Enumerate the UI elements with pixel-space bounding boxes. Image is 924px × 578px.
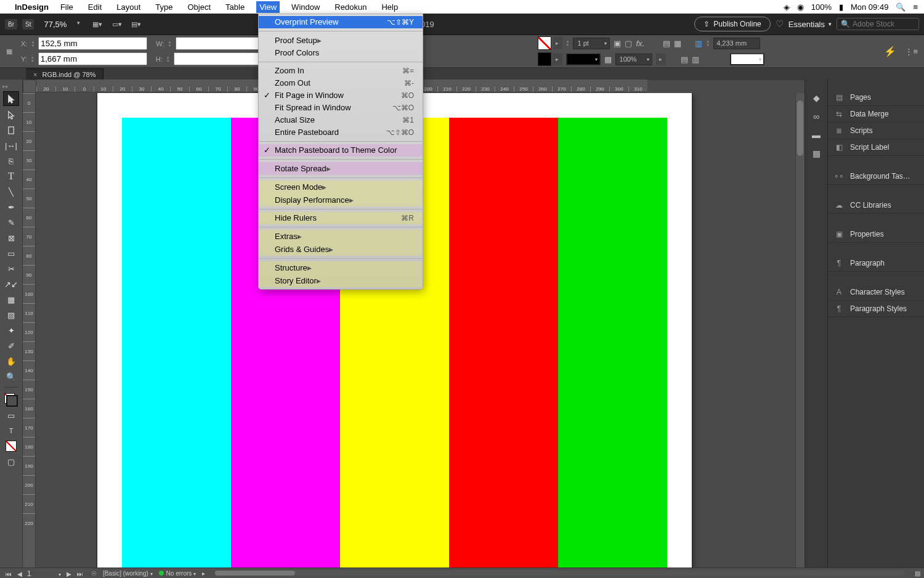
menu-redokun[interactable]: Redokun: [331, 1, 370, 13]
menu-view[interactable]: View: [256, 1, 280, 13]
panel-data-merge[interactable]: ⇆Data Merge: [828, 106, 924, 123]
screen-mode-toggle[interactable]: ▢: [4, 455, 18, 468]
menu-item-grids-guides[interactable]: Grids & Guides: [259, 243, 423, 256]
wifi-icon[interactable]: ◈: [784, 2, 790, 12]
menu-item-entire-pasteboard[interactable]: Entire Pasteboard⌥⇧⌘O: [259, 126, 423, 139]
opacity-field[interactable]: 100%: [615, 54, 652, 65]
panel-paragraph-styles[interactable]: ¶Paragraph Styles: [828, 301, 924, 317]
menu-item-zoom-out[interactable]: Zoom Out⌘-: [259, 77, 423, 89]
preflight-status[interactable]: No errors ▾: [159, 570, 196, 577]
selection-tool[interactable]: [3, 91, 19, 106]
gradient-feather-tool[interactable]: ▨: [4, 308, 18, 322]
content-collector-tool[interactable]: ⎘: [4, 154, 18, 168]
align-left-icon[interactable]: ▤: [681, 55, 688, 64]
menu-item-hide-rulers[interactable]: Hide Rulers⌘R: [259, 212, 423, 224]
vertical-ruler[interactable]: 0102030405060708090100110120130140150160…: [23, 93, 36, 568]
stock-icon[interactable]: St: [22, 19, 34, 30]
opacity-step[interactable]: ▸: [656, 53, 666, 65]
eyedropper-tool[interactable]: ✐: [4, 339, 18, 352]
control-center-icon[interactable]: ≡: [913, 2, 918, 12]
menu-object[interactable]: Object: [185, 1, 214, 13]
vertical-scrollbar[interactable]: [795, 93, 804, 568]
panel-character-styles[interactable]: ACharacter Styles: [828, 284, 924, 301]
menu-table[interactable]: Table: [222, 1, 248, 13]
stroke-dropdown[interactable]: ▸: [553, 53, 562, 65]
horizontal-scrollbar[interactable]: [215, 571, 905, 576]
menu-type[interactable]: Type: [152, 1, 176, 13]
fill-swatch[interactable]: [538, 36, 551, 50]
stroke-weight-field[interactable]: 1 pt: [573, 38, 610, 49]
fill-stroke-toggle[interactable]: [4, 393, 18, 407]
menu-item-overprint-preview[interactable]: Overprint Preview⌥⇧⌘Y: [259, 16, 423, 28]
bridge-icon[interactable]: Br: [5, 19, 17, 30]
first-page-icon[interactable]: ⏮: [6, 571, 12, 577]
y-field[interactable]: [38, 52, 147, 65]
stroke-align2-icon[interactable]: ▢: [625, 39, 632, 48]
columns-icon[interactable]: ▥: [695, 39, 702, 48]
panel-scripts[interactable]: ≣Scripts: [828, 123, 924, 139]
menu-item-fit-page-in-window[interactable]: ✓Fit Page in Window⌘O: [259, 89, 423, 102]
gradient-swatch-tool[interactable]: ▦: [4, 293, 18, 306]
stroke-align1-icon[interactable]: ▣: [614, 39, 621, 48]
zoom-level-dropdown[interactable]: 77,5%: [39, 18, 84, 30]
layers-icon[interactable]: ◆: [813, 93, 820, 103]
doc-tab[interactable]: ×RGB.indd @ 78%: [26, 68, 103, 80]
menu-edit[interactable]: Edit: [85, 1, 105, 13]
menu-item-actual-size[interactable]: Actual Size⌘1: [259, 114, 423, 126]
panel-menu-icon[interactable]: ⋮≡: [905, 47, 918, 56]
quick-apply-icon[interactable]: ⚡: [884, 46, 896, 57]
prev-page-icon[interactable]: ◀: [17, 571, 22, 577]
links-icon[interactable]: ∞: [813, 112, 819, 121]
panel-background-tas-[interactable]: ∘∘Background Tas…: [828, 168, 924, 185]
stroke-swatch[interactable]: [538, 52, 551, 66]
pencil-tool[interactable]: ✎: [4, 216, 18, 229]
page-tool[interactable]: [4, 123, 18, 137]
menu-help[interactable]: Help: [378, 1, 401, 13]
stroke-style-field[interactable]: [566, 54, 601, 65]
textwrap1-icon[interactable]: ▤: [663, 39, 670, 48]
preflight-menu-icon[interactable]: ▸: [202, 570, 205, 577]
menu-item-proof-colors[interactable]: Proof Colors: [259, 47, 423, 59]
menu-item-rotate-spread[interactable]: Rotate Spread: [259, 162, 423, 175]
ruler-origin[interactable]: [23, 79, 36, 93]
panel-paragraph[interactable]: ¶Paragraph: [828, 255, 924, 272]
menu-item-story-editor[interactable]: Story Editor: [259, 274, 423, 287]
menu-item-zoom-in[interactable]: Zoom In⌘=: [259, 65, 423, 77]
menu-item-structure[interactable]: Structure: [259, 261, 423, 274]
page-navigator[interactable]: ⏮ ◀ ▾ ▶ ⏭: [4, 568, 85, 579]
formatting-container-icon[interactable]: ▭: [4, 409, 18, 422]
app-name[interactable]: InDesign: [15, 2, 49, 12]
menu-item-display-performance[interactable]: Display Performance: [259, 193, 423, 206]
last-page-icon[interactable]: ⏭: [77, 571, 83, 577]
panel-cc-libraries[interactable]: ☁CC Libraries: [828, 197, 924, 214]
publish-online-button[interactable]: ⇪ Publish Online: [694, 17, 770, 31]
menu-item-match-pasteboard-to-theme-color[interactable]: ✓Match Pasteboard to Theme Color: [259, 144, 423, 157]
next-page-icon[interactable]: ▶: [67, 571, 71, 577]
textwrap2-icon[interactable]: ▦: [674, 39, 681, 48]
panel-script-label[interactable]: ◧Script Label: [828, 139, 924, 156]
screen-mode-icon[interactable]: ▭▾: [111, 20, 123, 28]
reference-point-icon[interactable]: ▦: [6, 47, 12, 55]
menu-layout[interactable]: Layout: [113, 1, 144, 13]
panel-pages[interactable]: ▤Pages: [828, 89, 924, 106]
menu-item-extras[interactable]: Extras: [259, 230, 423, 243]
workspace-switcher[interactable]: Essentials▾: [788, 20, 832, 29]
swatches-icon[interactable]: ▦: [813, 149, 821, 158]
menu-item-fit-spread-in-window[interactable]: Fit Spread in Window⌥⌘O: [259, 102, 423, 114]
note-tool[interactable]: ✦: [4, 324, 18, 337]
line-tool[interactable]: ╲: [4, 185, 18, 198]
close-tab-icon[interactable]: ×: [33, 71, 37, 78]
effects-icon[interactable]: fx.: [636, 39, 644, 48]
direct-selection-tool[interactable]: [4, 108, 18, 121]
menu-item-screen-mode[interactable]: Screen Mode: [259, 181, 423, 193]
scissors-tool[interactable]: ✂: [4, 262, 18, 275]
panel-properties[interactable]: ▣Properties: [828, 226, 924, 243]
structure-toggle-icon[interactable]: ▤: [915, 570, 920, 577]
column-gap-field[interactable]: [713, 38, 760, 49]
rectangle-tool[interactable]: ▭: [4, 246, 18, 260]
menu-item-proof-setup[interactable]: Proof Setup: [259, 34, 423, 47]
adobe-stock-search[interactable]: 🔍 Adobe Stock: [837, 18, 919, 30]
free-transform-tool[interactable]: ↗↙: [4, 277, 18, 291]
spotlight-icon[interactable]: 🔍: [896, 2, 906, 12]
rectangle-frame-tool[interactable]: ⊠: [4, 231, 18, 245]
